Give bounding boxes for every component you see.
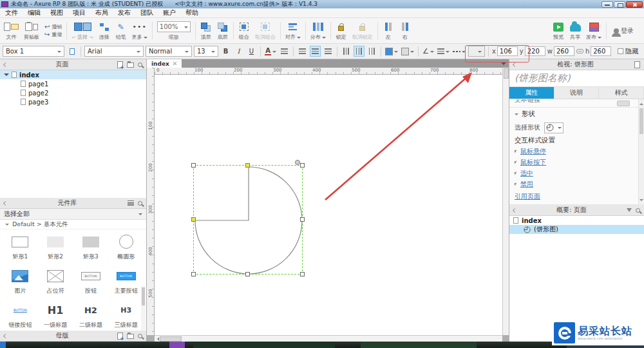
align-button[interactable]: 对齐 — [283, 19, 303, 42]
inspector-scrollbar[interactable] — [638, 99, 644, 205]
text-align-right-button[interactable] — [323, 46, 334, 57]
widget-button[interactable]: BUTTON按钮 — [73, 267, 109, 295]
select-mode-button[interactable]: ⌐选择¬ — [69, 19, 95, 42]
close-button[interactable] — [626, 1, 643, 8]
tab-index[interactable]: index — [147, 59, 182, 68]
border-style-button[interactable] — [452, 46, 466, 57]
widget-link-button[interactable]: BUTTON链接按钮 — [3, 302, 38, 329]
publish-button[interactable]: 发布 — [583, 19, 604, 42]
widget-image[interactable]: 图片 — [3, 267, 38, 295]
search-icon[interactable] — [636, 208, 640, 213]
text-align-center-button[interactable] — [310, 46, 321, 57]
more-button[interactable]: ••• 更多 — [129, 19, 150, 42]
resize-handle-e[interactable] — [300, 217, 305, 222]
menu-file[interactable]: 文件 — [5, 8, 18, 17]
filter-funnel-icon[interactable] — [627, 208, 632, 212]
vertical-align-bottom-button[interactable] — [366, 46, 377, 57]
expand-caret-icon[interactable] — [4, 73, 9, 79]
border-color-button[interactable]: ∠ — [422, 46, 435, 57]
widget-ellipse[interactable]: 椭圆形 — [108, 233, 144, 261]
distribute-button[interactable]: 分布 — [308, 19, 328, 42]
add-page-icon[interactable] — [117, 61, 123, 68]
notes-doc-icon[interactable] — [634, 61, 640, 68]
x-input[interactable] — [497, 46, 518, 56]
font-color-button[interactable]: A — [264, 46, 277, 57]
resize-handle-ne[interactable] — [300, 163, 305, 168]
align-right-button[interactable]: 右 — [397, 19, 413, 42]
resize-handle-nw[interactable] — [191, 163, 196, 168]
line-spacing-button[interactable] — [279, 46, 290, 57]
selection-bounding-box[interactable] — [193, 165, 303, 275]
group-button[interactable]: 组合 — [236, 19, 252, 42]
font-size-select[interactable]: 13 — [194, 46, 218, 57]
widget-rect3[interactable]: 矩形3 — [73, 233, 109, 261]
menu-account[interactable]: 账户 — [163, 8, 176, 17]
lock-button[interactable]: 锁定 — [333, 19, 350, 42]
menu-edit[interactable]: 编辑 — [28, 8, 41, 17]
border-width-button[interactable] — [437, 46, 450, 57]
tab-style[interactable]: 样式 — [599, 87, 644, 99]
shape-section-header[interactable]: 形状 — [509, 108, 644, 121]
login-button[interactable]: 登录 — [609, 19, 639, 42]
font-weight-select[interactable]: Normal — [146, 46, 192, 57]
maximize-button[interactable] — [614, 1, 625, 8]
menu-help[interactable]: 帮助 — [185, 8, 198, 17]
resize-handle-s[interactable] — [245, 272, 250, 276]
shape-select[interactable] — [544, 122, 564, 133]
menu-arrange[interactable]: 布局 — [95, 8, 108, 17]
close-tab-icon[interactable] — [173, 61, 177, 66]
search-icon[interactable] — [138, 334, 142, 338]
add-folder-icon[interactable] — [127, 334, 134, 339]
page-item-page2[interactable]: page2 — [0, 88, 146, 97]
canvas-horizontal-scrollbar[interactable] — [155, 335, 502, 342]
minimize-button[interactable] — [601, 1, 613, 8]
undo-button[interactable]: ↩撤销 — [44, 23, 62, 30]
menu-team[interactable]: 团队 — [140, 8, 153, 17]
page-item-page1[interactable]: page1 — [0, 79, 146, 88]
add-master-icon[interactable] — [117, 333, 123, 340]
widget-placeholder[interactable]: 占位符 — [38, 267, 73, 295]
text-align-left-button[interactable] — [297, 46, 308, 57]
menu-project[interactable]: 项目 — [73, 8, 86, 17]
format-painter-button[interactable] — [66, 46, 77, 57]
page-item-index[interactable]: index — [0, 70, 146, 79]
fill-color-button[interactable] — [384, 46, 399, 57]
clipboard-button[interactable]: 剪贴板 — [21, 19, 42, 42]
mousedown-link[interactable]: 鼠标按下 — [520, 158, 546, 167]
bold-button[interactable]: B — [220, 46, 231, 57]
pie-control-handle-left[interactable] — [191, 217, 196, 222]
tab-notes[interactable]: 说明 — [554, 87, 600, 99]
widget-section-header[interactable]: Default > 基本元件 — [0, 220, 146, 229]
widget-primary-button[interactable]: BUTTON主要按钮 — [108, 267, 144, 295]
outline-item-index[interactable]: index — [509, 216, 644, 225]
page-item-page3[interactable]: page3 — [0, 97, 146, 106]
rotate-handle[interactable] — [295, 160, 300, 165]
maintain-ratio-link-icon[interactable] — [576, 49, 583, 53]
underline-button[interactable]: U — [246, 46, 257, 57]
outline-item-pie[interactable]: (饼形图) — [509, 225, 644, 234]
menu-view[interactable]: 视图 — [50, 8, 63, 17]
widget-name-field[interactable]: (饼形图名称) — [509, 70, 644, 87]
align-left-button[interactable]: 左 — [380, 19, 397, 42]
selected-link[interactable]: 选中 — [520, 169, 533, 178]
font-family-select[interactable]: Arial — [84, 46, 144, 57]
tab-overflow-icon[interactable] — [501, 63, 506, 68]
canvas-vertical-scrollbar[interactable] — [502, 68, 509, 335]
vertical-align-top-button[interactable] — [341, 46, 352, 57]
resize-handle-sw[interactable] — [191, 272, 196, 276]
zoom-select[interactable]: 100% — [157, 21, 191, 32]
search-icon[interactable] — [138, 63, 142, 67]
pie-shape[interactable] — [194, 166, 303, 275]
widget-h1[interactable]: H1一级标题 — [38, 302, 73, 329]
pen-button[interactable]: ✎ 铅笔 — [113, 19, 129, 42]
widget-library-select[interactable]: 选择全部 — [0, 209, 146, 220]
widget-rect1[interactable]: 矩形1 — [3, 233, 38, 261]
hide-checkbox[interactable] — [618, 48, 623, 54]
w-input[interactable] — [554, 46, 574, 56]
file-tools-button[interactable]: 文件 — [1, 19, 21, 42]
resize-handle-se[interactable] — [300, 272, 305, 276]
connect-button[interactable]: 连接 — [96, 19, 113, 42]
background-color-button[interactable] — [401, 46, 415, 57]
preview-button[interactable]: 预览 — [550, 19, 567, 42]
italic-button[interactable]: I — [233, 46, 244, 57]
